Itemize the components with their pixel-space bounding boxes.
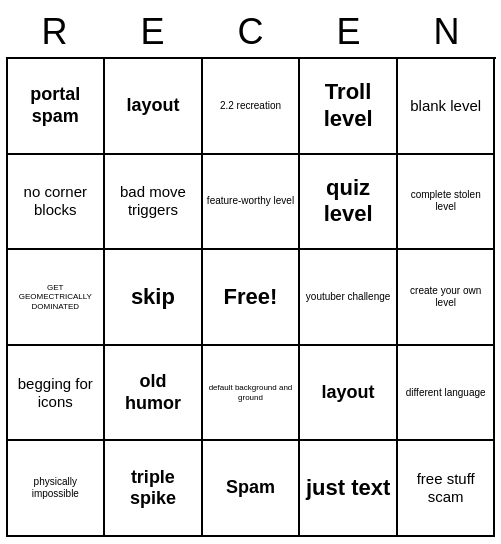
bingo-cell-19[interactable]: different language	[398, 346, 496, 442]
bingo-cell-23[interactable]: just text	[300, 441, 398, 537]
bingo-cell-1[interactable]: layout	[105, 59, 203, 155]
bingo-cell-7[interactable]: feature-worthy level	[203, 155, 301, 251]
cell-text-22: Spam	[226, 477, 275, 499]
bingo-grid: portal spamlayout2.2 recreationTroll lev…	[6, 57, 496, 537]
bingo-cell-5[interactable]: no corner blocks	[8, 155, 106, 251]
bingo-cell-24[interactable]: free stuff scam	[398, 441, 496, 537]
cell-text-24: free stuff scam	[402, 470, 490, 506]
bingo-cell-14[interactable]: create your own level	[398, 250, 496, 346]
cell-text-13: youtuber challenge	[306, 291, 391, 303]
bingo-cell-2[interactable]: 2.2 recreation	[203, 59, 301, 155]
cell-text-15: begging for icons	[12, 375, 100, 411]
bingo-cell-22[interactable]: Spam	[203, 441, 301, 537]
bingo-cell-3[interactable]: Troll level	[300, 59, 398, 155]
cell-text-12: Free!	[224, 284, 278, 310]
header-r: R	[6, 7, 104, 57]
header-e2: E	[300, 7, 398, 57]
cell-text-14: create your own level	[402, 285, 490, 309]
bingo-cell-20[interactable]: physically impossible	[8, 441, 106, 537]
cell-text-4: blank level	[410, 97, 481, 115]
cell-text-19: different language	[406, 387, 486, 399]
bingo-cell-16[interactable]: old humor	[105, 346, 203, 442]
cell-text-1: layout	[126, 95, 179, 117]
cell-text-5: no corner blocks	[12, 183, 100, 219]
cell-text-6: bad move triggers	[109, 183, 197, 219]
bingo-cell-6[interactable]: bad move triggers	[105, 155, 203, 251]
cell-text-16: old humor	[109, 371, 197, 414]
bingo-cell-21[interactable]: triple spike	[105, 441, 203, 537]
bingo-cell-4[interactable]: blank level	[398, 59, 496, 155]
cell-text-8: quiz level	[304, 175, 392, 228]
cell-text-7: feature-worthy level	[207, 195, 294, 207]
bingo-cell-12[interactable]: Free!	[203, 250, 301, 346]
header-n: N	[398, 7, 496, 57]
bingo-cell-11[interactable]: skip	[105, 250, 203, 346]
bingo-cell-8[interactable]: quiz level	[300, 155, 398, 251]
cell-text-18: layout	[322, 382, 375, 404]
bingo-header: R E C E N	[6, 7, 496, 57]
bingo-card: R E C E N portal spamlayout2.2 recreatio…	[6, 7, 496, 537]
bingo-cell-18[interactable]: layout	[300, 346, 398, 442]
bingo-cell-9[interactable]: complete stolen level	[398, 155, 496, 251]
bingo-cell-10[interactable]: GET GEOMECTRICALLY DOMINATED	[8, 250, 106, 346]
bingo-cell-17[interactable]: default background and ground	[203, 346, 301, 442]
cell-text-3: Troll level	[304, 79, 392, 132]
bingo-cell-13[interactable]: youtuber challenge	[300, 250, 398, 346]
bingo-cell-0[interactable]: portal spam	[8, 59, 106, 155]
header-e1: E	[104, 7, 202, 57]
cell-text-23: just text	[306, 475, 390, 501]
cell-text-20: physically impossible	[12, 476, 100, 500]
cell-text-2: 2.2 recreation	[220, 100, 281, 112]
header-c: C	[202, 7, 300, 57]
cell-text-17: default background and ground	[207, 383, 295, 402]
cell-text-0: portal spam	[12, 84, 100, 127]
cell-text-9: complete stolen level	[402, 189, 490, 213]
cell-text-10: GET GEOMECTRICALLY DOMINATED	[12, 283, 100, 312]
cell-text-21: triple spike	[109, 467, 197, 510]
bingo-cell-15[interactable]: begging for icons	[8, 346, 106, 442]
cell-text-11: skip	[131, 284, 175, 310]
